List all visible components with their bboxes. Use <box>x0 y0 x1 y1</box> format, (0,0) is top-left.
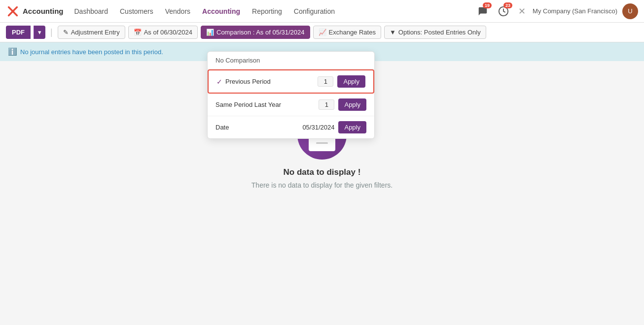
nav-right: 19 23 ✕ My Company (San Francisco) U <box>475 3 638 19</box>
company-name[interactable]: My Company (San Francisco) <box>533 7 617 15</box>
toolbar-separator: | <box>48 27 55 37</box>
exchange-icon: 📈 <box>319 29 326 36</box>
date-value[interactable]: 05/31/2024 <box>302 124 334 131</box>
activities-btn[interactable]: 23 <box>496 3 511 19</box>
comparison-dropdown: No Comparison ✓ Previous Period 1 Apply … <box>207 51 375 139</box>
previous-period-item[interactable]: ✓ Previous Period 1 Apply <box>208 69 374 94</box>
messaging-badge: 19 <box>483 2 492 8</box>
comparison-button[interactable]: 📊 Comparison : As of 05/31/2024 <box>201 26 310 39</box>
user-avatar[interactable]: U <box>622 3 638 19</box>
nav-vendors[interactable]: Vendors <box>160 5 195 17</box>
top-nav: Accounting Dashboard Customers Vendors A… <box>0 0 644 23</box>
no-comparison-label: No Comparison <box>215 57 366 64</box>
pdf-dropdown-button[interactable]: ▾ <box>34 26 45 39</box>
same-period-last-year-item[interactable]: Same Period Last Year 1 Apply <box>208 94 374 116</box>
app-name: Accounting <box>23 7 64 15</box>
info-icon: ℹ️ <box>8 47 17 56</box>
close-btn[interactable]: ✕ <box>516 4 528 19</box>
previous-period-label: Previous Period <box>225 78 318 85</box>
messaging-btn[interactable]: 19 <box>475 3 491 19</box>
nav-configuration[interactable]: Configuration <box>289 5 340 17</box>
app-logo[interactable]: Accounting <box>6 4 64 18</box>
svg-point-3 <box>11 10 14 13</box>
options-button[interactable]: ▼ Options: Posted Entries Only <box>384 26 486 39</box>
as-of-date-label: As of 06/30/2024 <box>144 29 192 36</box>
same-period-apply-button[interactable]: Apply <box>338 98 366 111</box>
previous-period-apply-button[interactable]: Apply <box>337 75 365 88</box>
date-label: Date <box>215 124 302 131</box>
empty-subtitle: There is no data to display for the give… <box>251 181 393 189</box>
odoo-logo-icon <box>6 4 20 18</box>
options-label: Options: Posted Entries Only <box>398 29 481 36</box>
exchange-rates-button[interactable]: 📈 Exchange Rates <box>313 26 381 39</box>
nav-dashboard[interactable]: Dashboard <box>70 5 113 17</box>
as-of-date-button[interactable]: 📅 As of 06/30/2024 <box>128 26 198 39</box>
chart-icon: 📊 <box>206 29 214 36</box>
chevron-down-icon: ▾ <box>38 29 41 36</box>
previous-period-value[interactable]: 1 <box>318 76 333 87</box>
nav-customers[interactable]: Customers <box>115 5 158 17</box>
empty-title: No data to display ! <box>284 167 361 177</box>
adjustment-entry-button[interactable]: ✎ Adjustment Entry <box>58 26 125 39</box>
same-period-label: Same Period Last Year <box>215 101 319 108</box>
comparison-label: Comparison : As of 05/31/2024 <box>216 29 305 36</box>
toolbar: PDF ▾ | ✎ Adjustment Entry 📅 As of 06/30… <box>0 23 644 42</box>
pdf-button[interactable]: PDF <box>6 26 31 39</box>
activities-badge: 23 <box>503 2 512 8</box>
no-comparison-item[interactable]: No Comparison <box>208 52 374 69</box>
exchange-rates-label: Exchange Rates <box>329 29 376 36</box>
same-period-value[interactable]: 1 <box>319 99 334 110</box>
date-item[interactable]: Date 05/31/2024 Apply <box>208 116 374 138</box>
info-message: No journal entries have been posted in t… <box>20 48 163 56</box>
date-apply-button[interactable]: Apply <box>338 121 366 133</box>
adjustment-label: Adjustment Entry <box>71 29 120 36</box>
nav-reporting[interactable]: Reporting <box>247 5 287 17</box>
filter-icon: ▼ <box>390 29 396 36</box>
calendar-icon: 📅 <box>134 29 142 36</box>
adjustment-icon: ✎ <box>63 29 69 36</box>
check-icon: ✓ <box>216 78 222 86</box>
nav-accounting[interactable]: Accounting <box>197 5 245 17</box>
